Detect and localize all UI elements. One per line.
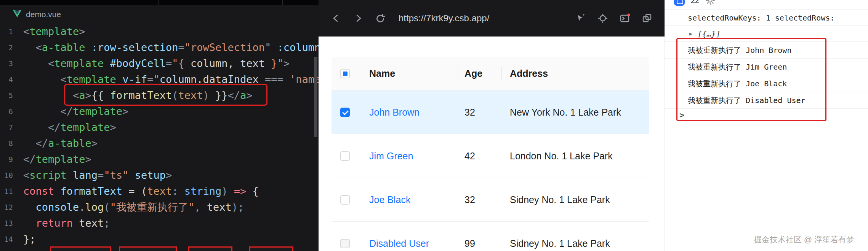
table-row: Jim Green42London No. 1 Lake Park [332, 134, 649, 178]
line-number: 3 [0, 56, 13, 71]
code-editor: demo.vue 1<template>2 <a-table :row-sele… [0, 0, 319, 251]
partial-line-highlight [119, 246, 177, 251]
tab-separator [158, 0, 159, 5]
preview-page: Name Age Address John Brown32New York No… [319, 37, 665, 251]
watermark: 掘金技术社区 @ 浮笙若有梦 [754, 234, 854, 245]
console-panel: 22 selectedRowKeys: 1 selectedRows: ▶ [{… [665, 0, 868, 251]
header-checkbox-cell [332, 57, 359, 90]
code-area[interactable]: 1<template>2 <a-table :row-selection="ro… [0, 24, 319, 247]
console-log-row: 我被重新执行了 John Brown [665, 42, 868, 59]
partial-line-highlight [188, 246, 232, 251]
code-line[interactable]: 6 </template> [0, 103, 319, 119]
row-address-cell: London No. 1 Lake Park [501, 134, 649, 178]
line-number: 5 [0, 87, 13, 103]
gear-icon[interactable] [705, 0, 715, 5]
code-line[interactable]: 7 </template> [0, 119, 319, 135]
row-age-cell: 42 [458, 134, 501, 178]
table-body: John Brown32New York No. 1 Lake ParkJim … [332, 91, 649, 251]
line-number: 13 [0, 215, 13, 231]
line-number: 7 [0, 119, 13, 135]
code-line[interactable]: 1<template> [0, 24, 319, 40]
browser-nav: https://7krk9y.csb.app/ [319, 0, 665, 37]
column-header-age: Age [458, 57, 501, 90]
line-number: 1 [0, 24, 13, 40]
line-number: 4 [0, 71, 13, 87]
line-number: 10 [0, 167, 13, 183]
row-checkbox[interactable] [340, 108, 350, 117]
console-logs: 我被重新执行了 John Brown我被重新执行了 Jim Green我被重新执… [665, 42, 868, 109]
devtools-icon[interactable] [674, 0, 685, 6]
select-all-checkbox[interactable] [340, 69, 350, 78]
row-age-cell: 99 [458, 222, 501, 251]
data-table: Name Age Address John Brown32New York No… [332, 57, 649, 251]
console-badge-count: 22 [691, 0, 699, 5]
browser-preview: https://7krk9y.csb.app/ [319, 0, 665, 251]
partial-line-highlight [249, 246, 293, 251]
row-checkbox[interactable] [340, 239, 350, 248]
row-checkbox[interactable] [340, 151, 350, 161]
editor-tab-strip[interactable] [0, 0, 319, 5]
code-line[interactable]: 14}; [0, 231, 319, 247]
row-name-link[interactable]: Disabled User [369, 238, 429, 249]
console-toggle-icon[interactable] [619, 12, 631, 24]
screen: demo.vue 1<template>2 <a-table :row-sele… [0, 0, 868, 251]
vue-logo-icon [13, 10, 21, 19]
console-prompt[interactable]: > [679, 110, 684, 120]
row-age-cell: 32 [458, 178, 501, 221]
code-line[interactable]: 3 <template #bodyCell="{ column, text }"… [0, 56, 319, 71]
row-name-link[interactable]: John Brown [369, 107, 420, 118]
refresh-button[interactable] [374, 12, 386, 24]
expand-triangle-icon[interactable]: ▶ [689, 31, 692, 36]
line-number: 9 [0, 151, 13, 167]
console-toolbar: 22 [674, 0, 715, 6]
line-number: 14 [0, 231, 13, 247]
console-log-summary: selectedRowKeys: 1 selectedRows: [665, 10, 868, 26]
code-line[interactable]: 8 </a-table> [0, 135, 319, 151]
code-line[interactable]: 2 <a-table :row-selection="rowSelection"… [0, 40, 319, 56]
url-bar[interactable]: https://7krk9y.csb.app/ [399, 13, 489, 24]
inspect-pointer-icon[interactable] [575, 12, 587, 24]
nav-actions [575, 12, 653, 24]
column-header-name: Name [359, 57, 458, 90]
object-preview[interactable]: [{…}] [698, 26, 721, 42]
table-row: Disabled User99Sidney No. 1 Lake Park [332, 222, 649, 251]
crosshair-icon[interactable] [597, 12, 609, 24]
editor-scrollbar[interactable] [314, 57, 317, 137]
tab-separator [282, 0, 283, 5]
line-number: 12 [0, 199, 13, 215]
partial-line-highlight [50, 246, 111, 251]
log-summary-text: selectedRowKeys: 1 selectedRows: [688, 13, 834, 22]
table-row: Joe Black32Sidney No. 1 Lake Park [332, 178, 649, 222]
back-button[interactable] [330, 12, 342, 24]
row-address-cell: Sidney No. 1 Lake Park [501, 178, 649, 221]
code-line[interactable]: 12 console.log("我被重新执行了", text); [0, 199, 319, 215]
table-header-row: Name Age Address [332, 57, 649, 91]
file-name: demo.vue [26, 10, 61, 19]
column-header-address: Address [501, 57, 649, 90]
line-number: 11 [0, 183, 13, 199]
code-line[interactable]: 4 <template v-if="column.dataIndex === '… [0, 71, 319, 87]
code-line[interactable]: 10<script lang="ts" setup> [0, 167, 319, 183]
row-checkbox[interactable] [340, 195, 350, 205]
line-number: 6 [0, 103, 13, 119]
code-line[interactable]: 9</template> [0, 151, 319, 167]
open-preview-icon[interactable] [641, 12, 653, 24]
row-name-link[interactable]: Joe Black [369, 194, 410, 205]
code-line[interactable]: 13 return text; [0, 215, 319, 231]
code-line[interactable]: 11const formatText = (text: string) => { [0, 183, 319, 199]
code-line[interactable]: 5 <a>{{ formatText(text) }}</a> [0, 87, 319, 103]
console-log-row: 我被重新执行了 Joe Black [665, 75, 868, 92]
table-row: John Brown32New York No. 1 Lake Park [332, 91, 649, 134]
console-object-row[interactable]: ▶ [{…}] [665, 26, 868, 42]
row-address-cell: Sidney No. 1 Lake Park [501, 222, 649, 251]
row-address-cell: New York No. 1 Lake Park [501, 91, 649, 134]
line-number: 8 [0, 135, 13, 151]
file-breadcrumb[interactable]: demo.vue [0, 5, 319, 24]
forward-button[interactable] [352, 12, 364, 24]
console-log-row: 我被重新执行了 Disabled User [665, 92, 868, 109]
row-name-link[interactable]: Jim Green [369, 151, 413, 162]
console-log-row: 我被重新执行了 Jim Green [665, 59, 868, 75]
line-number: 2 [0, 40, 13, 56]
row-age-cell: 32 [458, 91, 501, 134]
